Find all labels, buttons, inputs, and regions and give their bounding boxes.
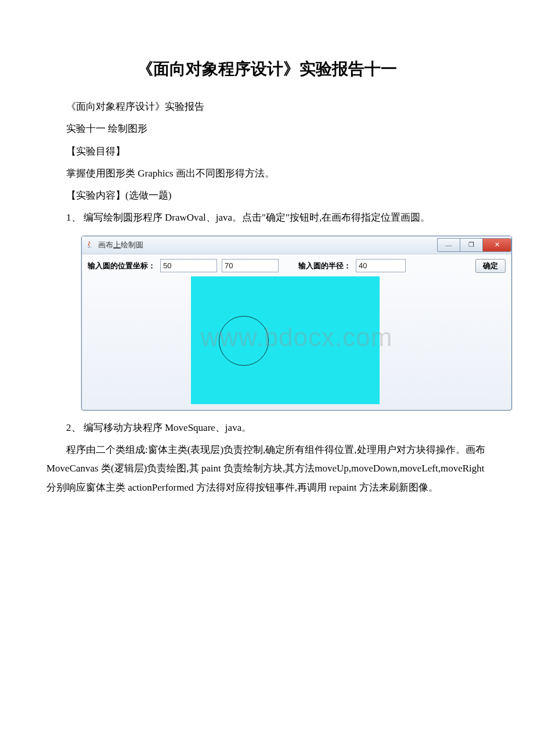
paragraph: 【实验目得】	[46, 142, 488, 161]
form-row: 输入圆的位置坐标： 输入圆的半径： 确定	[88, 259, 506, 273]
titlebar-left: 画布上绘制圆	[85, 240, 143, 250]
app-window: 画布上绘制圆 — ❐ ✕ 输入圆的位置坐标： 输入圆的半径： 确定	[81, 236, 512, 411]
x-input[interactable]	[160, 259, 217, 272]
paragraph: 2、 编写移动方块程序 MoveSquare、java。	[46, 419, 488, 437]
paragraph: 程序由二个类组成:窗体主类(表现层)负责控制,确定所有组件得位置,处理用户对方块…	[46, 441, 488, 497]
doc-title: 《面向对象程序设计》实验报告十一	[46, 58, 488, 80]
paragraph: 实验十一 绘制图形	[46, 120, 488, 138]
ok-button[interactable]: 确定	[475, 259, 506, 273]
drawn-circle	[219, 316, 269, 366]
paragraph: 【实验内容】(选做一题)	[46, 186, 488, 205]
canvas-area: www.bdocx.com	[88, 276, 506, 404]
radius-input[interactable]	[356, 259, 406, 272]
radius-label: 输入圆的半径：	[298, 261, 351, 271]
paragraph: 1、 编写绘制圆形程序 DrawOval、java。点击"确定"按钮时,在画布得…	[46, 208, 488, 227]
window-title: 画布上绘制圆	[98, 240, 143, 250]
position-label: 输入圆的位置坐标：	[88, 261, 156, 271]
paragraph: 《面向对象程序设计》实验报告	[46, 98, 488, 116]
drawing-canvas	[191, 276, 380, 404]
titlebar: 画布上绘制圆 — ❐ ✕	[82, 236, 511, 254]
minimize-button[interactable]: —	[437, 238, 460, 252]
maximize-button[interactable]: ❐	[460, 238, 482, 252]
java-icon	[85, 240, 95, 250]
window-controls: — ❐ ✕	[437, 238, 511, 252]
y-input[interactable]	[222, 259, 279, 272]
client-area: 输入圆的位置坐标： 输入圆的半径： 确定 www.bdocx.com	[82, 254, 511, 410]
paragraph: 掌握使用图形类 Graphics 画出不同图形得方法。	[46, 164, 488, 183]
close-button[interactable]: ✕	[482, 238, 511, 252]
